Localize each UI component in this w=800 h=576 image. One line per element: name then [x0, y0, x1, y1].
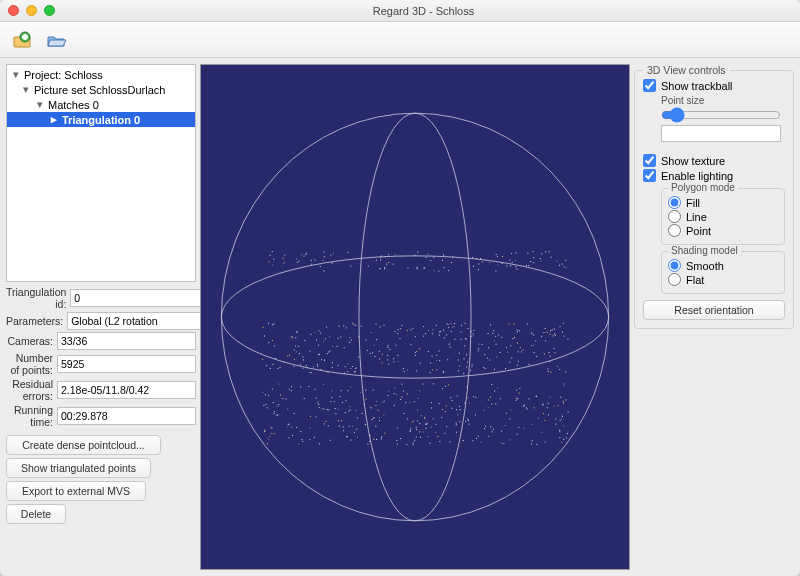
- new-project-button[interactable]: [8, 27, 36, 53]
- tree-picture-set[interactable]: ▾Picture set SchlossDurlach: [7, 82, 195, 97]
- texture-checkbox[interactable]: [643, 154, 656, 167]
- tree-root[interactable]: ▾Project: Schloss: [7, 67, 195, 82]
- svg-rect-288: [456, 409, 457, 410]
- pointsize-input[interactable]: [661, 125, 781, 142]
- svg-rect-523: [380, 268, 381, 269]
- svg-rect-441: [506, 265, 507, 266]
- svg-rect-474: [317, 402, 318, 403]
- svg-rect-252: [524, 428, 525, 429]
- parameters-field[interactable]: [67, 312, 206, 330]
- export-mvs-button[interactable]: Export to external MVS: [6, 481, 146, 501]
- svg-rect-496: [383, 415, 384, 416]
- close-icon[interactable]: [8, 5, 19, 16]
- svg-rect-641: [328, 372, 329, 373]
- svg-rect-419: [344, 373, 345, 374]
- svg-rect-162: [527, 253, 528, 254]
- svg-rect-65: [409, 402, 410, 403]
- residual-field[interactable]: [57, 381, 196, 399]
- svg-rect-297: [563, 402, 564, 403]
- svg-rect-645: [506, 347, 507, 348]
- svg-rect-377: [560, 326, 561, 327]
- svg-rect-532: [550, 356, 551, 357]
- radio-label: Flat: [686, 274, 704, 286]
- svg-rect-260: [270, 368, 271, 369]
- svg-rect-211: [545, 442, 546, 443]
- reset-orientation-button[interactable]: Reset orientation: [643, 300, 785, 320]
- svg-rect-538: [496, 344, 497, 345]
- prop-label: Triangulation id:: [6, 286, 66, 310]
- triangulation-id-field[interactable]: [70, 289, 209, 307]
- svg-rect-401: [310, 372, 311, 373]
- svg-rect-697: [379, 351, 380, 352]
- svg-rect-462: [531, 332, 532, 333]
- svg-rect-71: [394, 387, 395, 388]
- svg-rect-285: [538, 418, 539, 419]
- tree-matches[interactable]: ▾Matches 0: [7, 97, 195, 112]
- checkbox-label: Show texture: [661, 155, 725, 167]
- svg-rect-668: [323, 271, 324, 272]
- svg-rect-560: [380, 260, 381, 261]
- svg-rect-442: [365, 424, 366, 425]
- svg-rect-581: [295, 337, 296, 338]
- svg-rect-663: [497, 256, 498, 257]
- prop-label: Cameras:: [6, 335, 53, 347]
- open-project-button[interactable]: [42, 27, 70, 53]
- svg-rect-340: [547, 332, 548, 333]
- delete-button[interactable]: Delete: [6, 504, 66, 524]
- shading-smooth-radio[interactable]: [668, 259, 681, 272]
- svg-rect-116: [548, 403, 549, 404]
- svg-rect-79: [412, 328, 413, 329]
- svg-rect-506: [564, 385, 565, 386]
- tree-label: Matches 0: [48, 99, 99, 111]
- zoom-icon[interactable]: [44, 5, 55, 16]
- svg-rect-263: [452, 327, 453, 328]
- trackball-checkbox[interactable]: [643, 79, 656, 92]
- svg-rect-478: [451, 323, 452, 324]
- polymode-point-radio[interactable]: [668, 224, 681, 237]
- 3d-viewport[interactable]: [200, 64, 630, 570]
- svg-rect-176: [447, 359, 448, 360]
- show-triangulated-button[interactable]: Show triangulated points: [6, 458, 151, 478]
- svg-rect-646: [288, 424, 289, 425]
- cameras-field[interactable]: [57, 332, 196, 350]
- svg-rect-247: [464, 345, 465, 346]
- shading-flat-radio[interactable]: [668, 273, 681, 286]
- svg-rect-534: [274, 345, 275, 346]
- polymode-line-radio[interactable]: [668, 210, 681, 223]
- minimize-icon[interactable]: [26, 5, 37, 16]
- svg-rect-569: [434, 270, 435, 271]
- svg-rect-666: [547, 407, 548, 408]
- svg-rect-278: [540, 260, 541, 261]
- svg-rect-332: [467, 386, 468, 387]
- pointsize-slider[interactable]: [661, 107, 781, 123]
- svg-rect-658: [562, 332, 563, 333]
- svg-rect-169: [438, 271, 439, 272]
- create-dense-button[interactable]: Create dense pointcloud...: [6, 435, 161, 455]
- group-title: 3D View controls: [643, 64, 730, 76]
- svg-rect-632: [458, 359, 459, 360]
- lighting-checkbox[interactable]: [643, 169, 656, 182]
- polymode-fill-radio[interactable]: [668, 196, 681, 209]
- svg-rect-394: [466, 354, 467, 355]
- svg-rect-341: [559, 431, 560, 432]
- svg-rect-149: [566, 437, 567, 438]
- project-tree[interactable]: ▾Project: Schloss ▾Picture set SchlossDu…: [6, 64, 196, 282]
- svg-rect-390: [272, 340, 273, 341]
- svg-rect-311: [557, 261, 558, 262]
- svg-rect-227: [411, 330, 412, 331]
- points-field[interactable]: [57, 355, 196, 373]
- pointsize-label: Point size: [661, 95, 785, 106]
- svg-rect-445: [397, 444, 398, 445]
- svg-rect-699: [293, 366, 294, 367]
- svg-rect-437: [516, 269, 517, 270]
- svg-rect-18: [478, 436, 479, 437]
- tree-triangulation[interactable]: ▸Triangulation 0: [7, 112, 195, 127]
- svg-rect-498: [516, 389, 517, 390]
- left-panel: ▾Project: Schloss ▾Picture set SchlossDu…: [6, 64, 196, 570]
- svg-rect-673: [553, 335, 554, 336]
- runtime-field[interactable]: [57, 407, 196, 425]
- svg-rect-468: [526, 265, 527, 266]
- svg-rect-50: [490, 397, 491, 398]
- svg-rect-656: [277, 414, 278, 415]
- svg-rect-657: [268, 395, 269, 396]
